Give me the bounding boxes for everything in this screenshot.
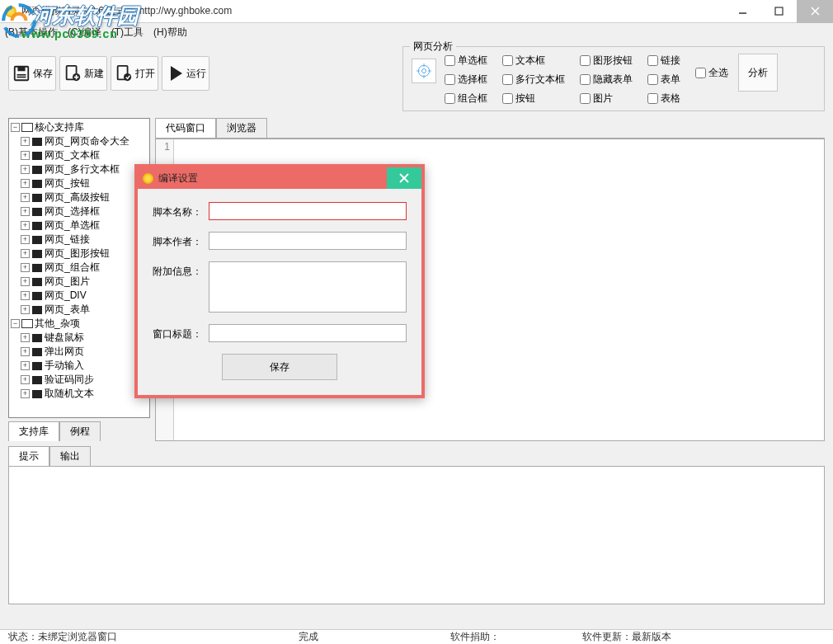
save-button[interactable]: 保存 (8, 56, 56, 91)
tab-output[interactable]: 输出 (49, 446, 91, 467)
svg-rect-7 (17, 77, 26, 78)
expand-icon[interactable]: + (21, 249, 30, 258)
collapse-icon[interactable]: − (11, 319, 20, 328)
analysis-legend: 网页分析 (410, 40, 456, 54)
dialog-save-button[interactable]: 保存 (222, 354, 337, 380)
tab-code-window[interactable]: 代码窗口 (155, 118, 216, 139)
new-button[interactable]: 新建 (59, 56, 107, 91)
chk-button[interactable]: 按钮 (502, 92, 565, 106)
window-title: 网页模拟精灵 V2.6 正式版 http://wy.ghboke.com (21, 4, 724, 18)
status-binding: 状态：未绑定浏览器窗口 (8, 630, 117, 644)
tree-node[interactable]: +弹出网页 (9, 345, 149, 359)
command-icon (31, 165, 43, 175)
input-script-author[interactable] (209, 232, 407, 250)
command-icon (31, 361, 43, 371)
titlebar: 网页模拟精灵 V2.6 正式版 http://wy.ghboke.com (0, 0, 833, 23)
close-button[interactable] (797, 0, 833, 23)
chk-multiline[interactable]: 多行文本框 (502, 73, 565, 87)
tree-node[interactable]: +网页_多行文本框 (9, 162, 149, 176)
tab-support-lib[interactable]: 支持库 (8, 421, 59, 441)
expand-icon[interactable]: + (21, 221, 30, 230)
open-button[interactable]: 打开 (111, 56, 158, 91)
input-extra-info[interactable] (209, 261, 407, 313)
chk-textbox[interactable]: 文本框 (502, 54, 565, 68)
tree-node[interactable]: +网页_DIV (9, 289, 149, 303)
tree-node[interactable]: +网页_按钮 (9, 176, 149, 190)
menu-help[interactable]: (H)帮助 (153, 26, 187, 40)
command-icon (31, 277, 43, 287)
chk-select[interactable]: 选择框 (445, 73, 487, 87)
bottom-content[interactable] (8, 466, 825, 604)
label-window-title: 窗口标题： (153, 324, 209, 341)
collapse-icon[interactable]: − (11, 123, 20, 132)
svg-rect-1 (775, 7, 783, 15)
expand-icon[interactable]: + (21, 305, 30, 314)
expand-icon[interactable]: + (21, 179, 30, 188)
command-icon (31, 151, 43, 161)
analyze-button[interactable]: 分析 (738, 54, 778, 92)
command-icon (31, 305, 43, 315)
tree-root[interactable]: −其他_杂项 (9, 317, 149, 331)
command-icon (31, 249, 43, 259)
dialog-close-button[interactable] (387, 167, 421, 189)
chk-selectall[interactable]: 全选 (695, 66, 728, 80)
expand-icon[interactable]: + (21, 333, 30, 342)
menu-basic[interactable]: (B)基本操作 (5, 26, 58, 40)
expand-icon[interactable]: + (21, 375, 30, 384)
tab-hint[interactable]: 提示 (8, 446, 49, 467)
tree-node[interactable]: +网页_选择框 (9, 204, 149, 219)
tree-node[interactable]: +取随机文本 (9, 387, 149, 401)
expand-icon[interactable]: + (21, 291, 30, 300)
tree-root[interactable]: −核心支持库 (9, 120, 149, 134)
expand-icon[interactable]: + (21, 151, 30, 160)
tree-node[interactable]: +网页_文本框 (9, 148, 149, 162)
chk-combo[interactable]: 组合框 (445, 92, 487, 106)
maximize-button[interactable] (760, 0, 797, 23)
command-icon (31, 207, 43, 217)
expand-icon[interactable]: + (21, 137, 30, 146)
analysis-checks: 单选框 文本框 图形按钮 链接 选择框 多行文本框 隐藏表单 表单 组合框 按钮… (445, 54, 680, 106)
menu-compile[interactable]: (C)编译 (68, 26, 101, 40)
chk-hidden[interactable]: 隐藏表单 (580, 73, 633, 87)
command-icon (31, 137, 43, 147)
status-update: 软件更新：最新版本 (582, 630, 671, 644)
tree-node[interactable]: +网页_高级按钮 (9, 190, 149, 204)
tree-node[interactable]: +手动输入 (9, 359, 149, 373)
target-icon[interactable] (412, 59, 436, 83)
tree-node[interactable]: +网页_单选框 (9, 219, 149, 233)
chk-link[interactable]: 链接 (647, 54, 680, 68)
tree-node[interactable]: +网页_图形按钮 (9, 247, 149, 261)
expand-icon[interactable]: + (21, 389, 30, 398)
input-script-name[interactable] (209, 202, 407, 220)
tree-node[interactable]: +验证码同步 (9, 373, 149, 387)
tree-node[interactable]: +网页_链接 (9, 233, 149, 247)
expand-icon[interactable]: + (21, 263, 30, 272)
expand-icon[interactable]: + (21, 277, 30, 286)
chk-form[interactable]: 表单 (647, 73, 680, 87)
tab-examples[interactable]: 例程 (59, 421, 101, 441)
chk-imgbtn[interactable]: 图形按钮 (580, 54, 633, 68)
tree-node[interactable]: +键盘鼠标 (9, 331, 149, 345)
input-window-title[interactable] (209, 324, 407, 342)
tab-browser[interactable]: 浏览器 (216, 118, 267, 139)
minimize-button[interactable] (724, 0, 760, 23)
tree-node[interactable]: +网页_图片 (9, 275, 149, 289)
chk-radio[interactable]: 单选框 (445, 54, 487, 68)
tree-view[interactable]: −核心支持库+网页_网页命令大全+网页_文本框+网页_多行文本框+网页_按钮+网… (8, 118, 150, 418)
svg-rect-6 (17, 74, 26, 76)
expand-icon[interactable]: + (21, 347, 30, 356)
run-button[interactable]: 运行 (162, 56, 209, 91)
tree-node[interactable]: +网页_组合框 (9, 261, 149, 275)
menu-tools[interactable]: (T)工具 (111, 26, 144, 40)
chk-table[interactable]: 表格 (647, 92, 680, 106)
expand-icon[interactable]: + (21, 361, 30, 370)
expand-icon[interactable]: + (21, 235, 30, 244)
tree-node[interactable]: +网页_表单 (9, 303, 149, 317)
svg-rect-5 (17, 67, 25, 72)
expand-icon[interactable]: + (21, 165, 30, 174)
chk-image[interactable]: 图片 (580, 92, 633, 106)
expand-icon[interactable]: + (21, 193, 30, 202)
compile-settings-dialog: 编译设置 脚本名称： 脚本作者： 附加信息： 窗口标题： 保存 (134, 164, 425, 398)
tree-node[interactable]: +网页_网页命令大全 (9, 134, 149, 148)
expand-icon[interactable]: + (21, 207, 30, 216)
